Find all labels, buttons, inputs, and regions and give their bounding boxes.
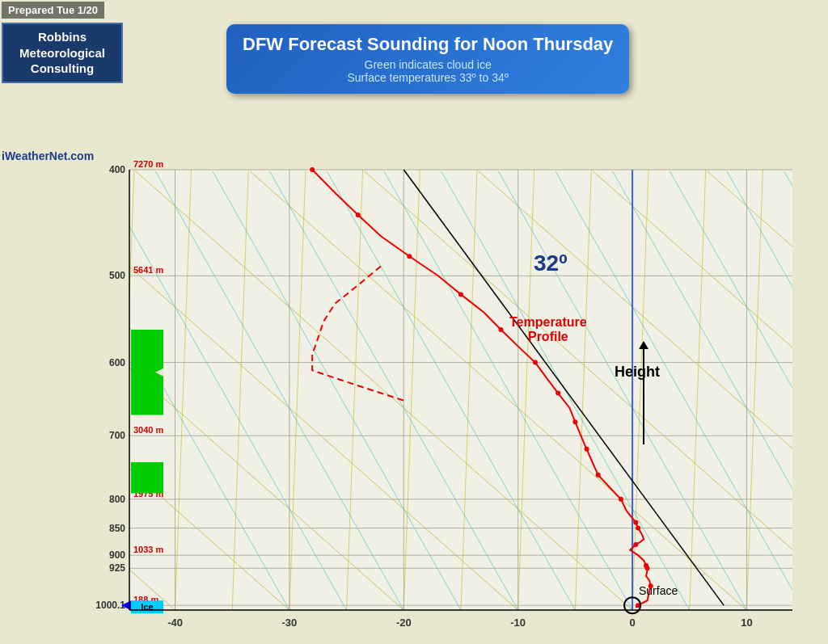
height-arrow-icon: [643, 347, 644, 444]
logo-line1: Robbins: [38, 30, 87, 44]
logo-line2: Meteorological: [19, 46, 105, 60]
logo-text: Robbins Meteorological Consulting: [11, 29, 113, 77]
main-container: Prepared Tue 1/20 Robbins Meteorological…: [0, 0, 828, 644]
temperature-profile-label: TemperatureProfile: [509, 315, 587, 344]
chart-subtitle1: Green indicates cloud ice: [243, 58, 613, 71]
sounding-chart: [0, 0, 828, 644]
website-label: iWeatherNet.com: [2, 149, 94, 162]
chart-title: DFW Forecast Sounding for Noon Thursday: [243, 34, 613, 55]
chart-subtitle2: Surface temperatures 33º to 34º: [243, 71, 613, 84]
height-label: Height: [615, 364, 660, 381]
surface-label: Surface: [639, 584, 678, 597]
logo-box: Robbins Meteorological Consulting: [2, 23, 123, 83]
label-32-degrees: 32º: [534, 250, 567, 276]
title-box: DFW Forecast Sounding for Noon Thursday …: [226, 24, 629, 94]
prepared-label: Prepared Tue 1/20: [2, 2, 104, 19]
logo-line3: Consulting: [31, 61, 94, 75]
